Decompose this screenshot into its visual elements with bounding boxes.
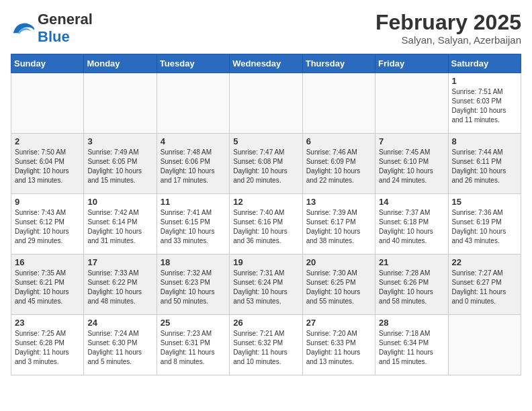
day-cell: 6Sunrise: 7:46 AM Sunset: 6:09 PM Daylig… [302, 134, 375, 194]
day-cell: 14Sunrise: 7:37 AM Sunset: 6:18 PM Dayli… [375, 194, 448, 255]
day-cell: 7Sunrise: 7:45 AM Sunset: 6:10 PM Daylig… [375, 134, 448, 194]
calendar-title: February 2025 [375, 11, 521, 34]
day-number: 10 [87, 197, 152, 207]
day-cell: 22Sunrise: 7:27 AM Sunset: 6:27 PM Dayli… [448, 255, 521, 315]
day-info: Sunrise: 7:32 AM Sunset: 6:23 PM Dayligh… [161, 269, 226, 306]
day-info: Sunrise: 7:49 AM Sunset: 6:05 PM Dayligh… [87, 148, 152, 185]
day-number: 3 [87, 136, 152, 146]
day-number: 9 [15, 197, 80, 207]
day-info: Sunrise: 7:27 AM Sunset: 6:27 PM Dayligh… [452, 269, 517, 306]
day-cell: 10Sunrise: 7:42 AM Sunset: 6:14 PM Dayli… [84, 194, 157, 255]
day-number: 27 [306, 318, 371, 328]
day-info: Sunrise: 7:33 AM Sunset: 6:22 PM Dayligh… [87, 269, 152, 306]
week-row-2: 2Sunrise: 7:50 AM Sunset: 6:04 PM Daylig… [11, 134, 521, 194]
day-info: Sunrise: 7:21 AM Sunset: 6:32 PM Dayligh… [233, 329, 298, 367]
day-info: Sunrise: 7:31 AM Sunset: 6:24 PM Dayligh… [233, 269, 298, 306]
calendar-subtitle: Salyan, Salyan, Azerbaijan [375, 34, 521, 46]
day-info: Sunrise: 7:44 AM Sunset: 6:11 PM Dayligh… [452, 148, 517, 185]
weekday-header-tuesday: Tuesday [157, 54, 229, 73]
day-number: 15 [452, 197, 517, 207]
day-number: 17 [87, 257, 152, 267]
day-info: Sunrise: 7:48 AM Sunset: 6:06 PM Dayligh… [161, 148, 226, 185]
day-cell: 15Sunrise: 7:36 AM Sunset: 6:19 PM Dayli… [448, 194, 521, 255]
day-cell: 8Sunrise: 7:44 AM Sunset: 6:11 PM Daylig… [448, 134, 521, 194]
day-info: Sunrise: 7:20 AM Sunset: 6:33 PM Dayligh… [306, 329, 371, 367]
day-info: Sunrise: 7:45 AM Sunset: 6:10 PM Dayligh… [379, 148, 444, 185]
day-info: Sunrise: 7:30 AM Sunset: 6:25 PM Dayligh… [306, 269, 371, 306]
week-row-4: 16Sunrise: 7:35 AM Sunset: 6:21 PM Dayli… [11, 255, 521, 315]
day-number: 21 [379, 257, 444, 267]
weekday-header-wednesday: Wednesday [230, 54, 302, 73]
day-number: 25 [161, 318, 226, 328]
day-info: Sunrise: 7:43 AM Sunset: 6:12 PM Dayligh… [15, 208, 80, 246]
day-number: 22 [452, 257, 517, 267]
day-number: 2 [15, 136, 80, 146]
day-number: 26 [233, 318, 298, 328]
day-info: Sunrise: 7:28 AM Sunset: 6:26 PM Dayligh… [379, 269, 444, 306]
day-info: Sunrise: 7:18 AM Sunset: 6:34 PM Dayligh… [379, 329, 444, 367]
day-cell: 1Sunrise: 7:51 AM Sunset: 6:03 PM Daylig… [448, 73, 521, 134]
day-cell: 17Sunrise: 7:33 AM Sunset: 6:22 PM Dayli… [84, 255, 157, 315]
day-cell: 28Sunrise: 7:18 AM Sunset: 6:34 PM Dayli… [375, 315, 448, 375]
logo: General Blue [11, 11, 93, 46]
calendar-table: SundayMondayTuesdayWednesdayThursdayFrid… [11, 54, 521, 375]
weekday-header-thursday: Thursday [302, 54, 375, 73]
day-cell [230, 73, 302, 134]
day-cell: 12Sunrise: 7:40 AM Sunset: 6:16 PM Dayli… [230, 194, 302, 255]
day-number: 4 [161, 136, 226, 146]
day-cell: 26Sunrise: 7:21 AM Sunset: 6:32 PM Dayli… [230, 315, 302, 375]
day-info: Sunrise: 7:37 AM Sunset: 6:18 PM Dayligh… [379, 208, 444, 246]
day-cell: 2Sunrise: 7:50 AM Sunset: 6:04 PM Daylig… [11, 134, 84, 194]
day-cell: 18Sunrise: 7:32 AM Sunset: 6:23 PM Dayli… [157, 255, 229, 315]
weekday-header-sunday: Sunday [11, 54, 84, 73]
weekday-header-monday: Monday [84, 54, 157, 73]
day-cell: 19Sunrise: 7:31 AM Sunset: 6:24 PM Dayli… [230, 255, 302, 315]
day-number: 6 [306, 136, 371, 146]
day-cell [375, 73, 448, 134]
day-info: Sunrise: 7:23 AM Sunset: 6:31 PM Dayligh… [161, 329, 226, 367]
day-cell: 13Sunrise: 7:39 AM Sunset: 6:17 PM Dayli… [302, 194, 375, 255]
week-row-5: 23Sunrise: 7:25 AM Sunset: 6:28 PM Dayli… [11, 315, 521, 375]
day-cell: 16Sunrise: 7:35 AM Sunset: 6:21 PM Dayli… [11, 255, 84, 315]
day-cell: 4Sunrise: 7:48 AM Sunset: 6:06 PM Daylig… [157, 134, 229, 194]
weekday-header-saturday: Saturday [448, 54, 521, 73]
logo-icon [11, 19, 35, 37]
week-row-1: 1Sunrise: 7:51 AM Sunset: 6:03 PM Daylig… [11, 73, 521, 134]
day-number: 16 [15, 257, 80, 267]
day-number: 24 [87, 318, 152, 328]
day-cell: 3Sunrise: 7:49 AM Sunset: 6:05 PM Daylig… [84, 134, 157, 194]
day-info: Sunrise: 7:24 AM Sunset: 6:30 PM Dayligh… [87, 329, 152, 367]
day-cell: 11Sunrise: 7:41 AM Sunset: 6:15 PM Dayli… [157, 194, 229, 255]
day-cell: 9Sunrise: 7:43 AM Sunset: 6:12 PM Daylig… [11, 194, 84, 255]
weekday-header-row: SundayMondayTuesdayWednesdayThursdayFrid… [11, 54, 521, 73]
weekday-header-friday: Friday [375, 54, 448, 73]
day-cell: 23Sunrise: 7:25 AM Sunset: 6:28 PM Dayli… [11, 315, 84, 375]
day-cell: 25Sunrise: 7:23 AM Sunset: 6:31 PM Dayli… [157, 315, 229, 375]
day-info: Sunrise: 7:47 AM Sunset: 6:08 PM Dayligh… [233, 148, 298, 185]
day-number: 1 [452, 76, 517, 86]
day-cell [84, 73, 157, 134]
day-cell [157, 73, 229, 134]
day-number: 12 [233, 197, 298, 207]
day-number: 13 [306, 197, 371, 207]
day-number: 14 [379, 197, 444, 207]
day-cell: 20Sunrise: 7:30 AM Sunset: 6:25 PM Dayli… [302, 255, 375, 315]
day-number: 11 [161, 197, 226, 207]
day-info: Sunrise: 7:39 AM Sunset: 6:17 PM Dayligh… [306, 208, 371, 246]
day-number: 7 [379, 136, 444, 146]
day-cell: 24Sunrise: 7:24 AM Sunset: 6:30 PM Dayli… [84, 315, 157, 375]
day-number: 5 [233, 136, 298, 146]
day-number: 18 [161, 257, 226, 267]
day-cell [11, 73, 84, 134]
day-cell [302, 73, 375, 134]
day-cell: 5Sunrise: 7:47 AM Sunset: 6:08 PM Daylig… [230, 134, 302, 194]
header: General Blue February 2025 Salyan, Salya… [11, 11, 521, 46]
day-info: Sunrise: 7:50 AM Sunset: 6:04 PM Dayligh… [15, 148, 80, 185]
day-cell: 27Sunrise: 7:20 AM Sunset: 6:33 PM Dayli… [302, 315, 375, 375]
day-number: 20 [306, 257, 371, 267]
day-info: Sunrise: 7:42 AM Sunset: 6:14 PM Dayligh… [87, 208, 152, 246]
day-info: Sunrise: 7:36 AM Sunset: 6:19 PM Dayligh… [452, 208, 517, 246]
day-number: 8 [452, 136, 517, 146]
day-cell [448, 315, 521, 375]
day-number: 28 [379, 318, 444, 328]
